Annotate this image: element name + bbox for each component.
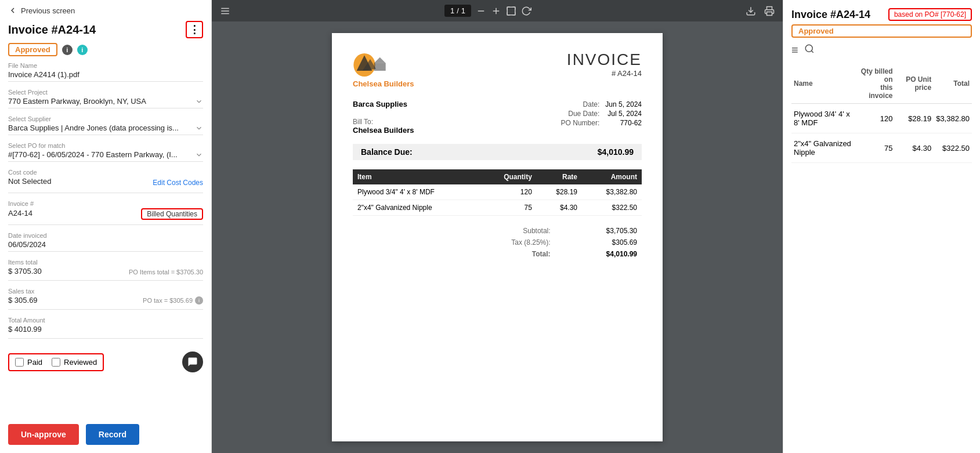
invoice-title: Invoice #A24-14 [8,23,96,37]
chat-button[interactable] [182,351,203,372]
teal-info-icon[interactable]: i [77,45,88,55]
from-company: Barca Supplies [353,100,414,108]
unapprove-button[interactable]: Un-approve [8,424,79,445]
svg-point-14 [805,45,812,52]
print-button[interactable] [764,6,775,16]
three-dots-button[interactable]: ⋮ [186,21,203,38]
total-value: $4,010.99 [555,248,642,260]
hamburger-menu-button[interactable] [220,6,230,16]
filter-icon[interactable]: ≡ [791,44,798,57]
file-name-label: File Name [8,62,203,69]
edit-cost-codes-link[interactable]: Edit Cost Codes [153,179,203,187]
page-total: 1 [461,6,465,15]
col-rate: Rate [537,169,582,184]
total-amount-label: Total Amount [8,317,203,324]
po-value: #[770-62] - 06/05/2024 - 770 Eastern Par… [8,150,178,159]
hamburger-icon [220,6,230,16]
back-link[interactable]: Previous screen [8,6,203,15]
fit-page-button[interactable] [506,6,516,16]
supplier-value: Barca Supplies | Andre Jones (data proce… [8,124,179,132]
page-info: 1 / 1 [444,5,471,17]
item-amount: $322.50 [582,200,642,216]
search-icon[interactable] [804,44,815,57]
item-name: 2"x4" Galvanized Nipple [353,200,481,216]
col-amount: Amount [582,169,642,184]
right-item-total: $3,382.80 [934,104,972,133]
sales-tax-label: Sales tax [8,288,203,295]
pdf-content[interactable]: Chelsea Builders INVOICE # A24-14 Barca … [212,21,783,453]
record-button[interactable]: Record [86,424,139,445]
total-label: Total: [353,248,555,260]
bill-to-label: Bill To: [353,118,414,126]
pdf-viewer-panel: 1 / 1 [212,0,783,453]
pdf-totals-table: Subtotal: $3,705.30 Tax (8.25%): $305.69… [353,225,642,260]
col-item: Item [353,169,481,184]
project-select[interactable]: 770 Eastern Parkway, Brooklyn, NY, USA [8,97,203,108]
svg-rect-12 [374,63,386,71]
info-icon[interactable]: i [62,45,73,55]
po-label: Select PO for match [8,142,203,149]
paid-checkbox[interactable] [15,358,24,367]
back-label: Previous screen [21,6,75,15]
minus-icon [476,6,486,16]
back-arrow-icon [8,6,17,15]
invoice-doc-number: # A24-14 [567,69,642,78]
col-quantity: Quantity [481,169,537,184]
subtotal-value: $3,705.30 [555,225,642,237]
sales-tax-value: $ 305.69 [8,296,38,305]
table-row: Plywood 3/4' 4' x 8' MDF 120 $28.19 $3,3… [791,104,972,133]
project-value: 770 Eastern Parkway, Brooklyn, NY, USA [8,97,146,106]
rotate-button[interactable] [521,6,531,16]
date-invoiced-value: 06/05/2024 [8,240,203,252]
po-number-value: 770-62 [599,118,642,128]
logo-image [353,50,399,79]
chevron-down-icon [195,124,203,132]
po-select[interactable]: #[770-62] - 06/05/2024 - 770 Eastern Par… [8,150,203,162]
po-ref-badge[interactable]: based on PO# [770-62] [888,8,972,21]
tax-label: Tax (8.25%): [353,237,555,248]
right-item-qty: 120 [857,104,895,133]
invoice-num-value: A24-14 [8,209,32,220]
fit-page-icon [506,6,516,16]
supplier-select[interactable]: Barca Supplies | Andre Jones (data proce… [8,124,203,135]
billed-quantities-button[interactable]: Billed Quantities [141,208,203,220]
reviewed-checkbox-label[interactable]: Reviewed [52,358,97,367]
balance-due-value: $4,010.99 [598,147,634,157]
project-label: Select Project [8,89,203,96]
zoom-in-button[interactable] [491,6,501,16]
item-qty: 75 [481,200,537,216]
pdf-toolbar: 1 / 1 [212,0,783,21]
right-item-unit-price: $4.30 [895,133,934,163]
right-col-name: Name [791,64,857,104]
sales-tax-info-icon[interactable]: i [195,296,203,305]
table-row: Plywood 3/4" 4' x 8' MDF 120 $28.19 $3,3… [353,184,642,200]
balance-due-label: Balance Due: [361,147,413,157]
right-item-total: $322.50 [934,133,972,163]
invoice-document: Chelsea Builders INVOICE # A24-14 Barca … [332,33,663,441]
subtotal-label: Subtotal: [353,225,555,237]
download-button[interactable] [746,6,756,16]
checkboxes-container: Paid Reviewed [8,353,104,371]
items-total-value: $ 3705.30 [8,267,42,276]
invoice-heading: INVOICE [567,50,642,69]
company-logo: Chelsea Builders [353,50,414,88]
chat-icon [187,357,198,367]
approved-badge[interactable]: Approved [8,43,57,56]
right-item-name: 2"x4" Galvanized Nipple [791,133,857,163]
item-rate: $28.19 [537,184,582,200]
due-date-label: Due Date: [555,109,600,118]
right-panel: Invoice #A24-14 based on PO# [770-62] Ap… [783,0,980,453]
svg-marker-13 [374,57,386,63]
date-value: Jun 5, 2024 [599,100,642,109]
date-invoiced-label: Date invoiced [8,232,203,239]
item-name: Plywood 3/4" 4' x 8' MDF [353,184,481,200]
tax-value: $305.69 [555,237,642,248]
reviewed-checkbox[interactable] [52,358,60,367]
paid-checkbox-label[interactable]: Paid [15,358,42,367]
plus-icon [491,6,501,16]
po-number-label: PO Number: [555,118,600,128]
company-name: Chelsea Builders [353,79,414,88]
zoom-out-button[interactable] [476,6,486,16]
items-total-po: PO Items total = $3705.30 [129,269,203,276]
right-approved-badge[interactable]: Approved [791,24,972,38]
